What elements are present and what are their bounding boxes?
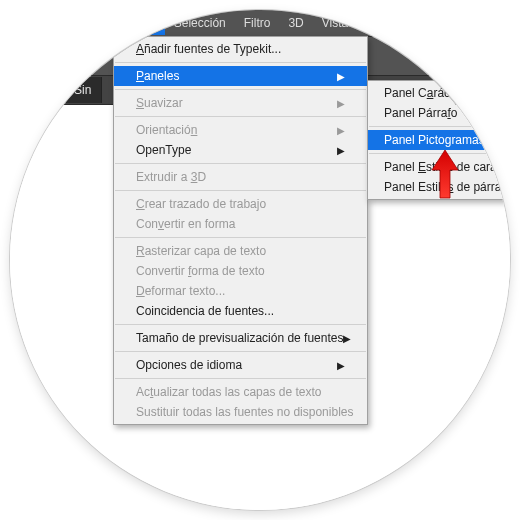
- submenu-panel-caracter[interactable]: Panel Carácter: [368, 83, 510, 103]
- chevron-down-icon[interactable]: ▽: [459, 51, 466, 61]
- menu-item-coincidencia[interactable]: Coincidencia de fuentes...: [114, 301, 367, 321]
- menu-item-rasterizar: Rasterizar capa de texto: [114, 241, 367, 261]
- menu-item-suavizar: Suavizar▶: [114, 93, 367, 113]
- menu-texto[interactable]: Texto: [118, 11, 165, 35]
- menu-item-convertir-forma: Convertir en forma: [114, 214, 367, 234]
- texto-menu: Añadir fuentes de Typekit... Paneles▶ Su…: [113, 36, 368, 425]
- options-icon[interactable]: [52, 44, 76, 68]
- menu-item-sustituir-fuentes: Sustituir todas las fuentes no disponibl…: [114, 402, 367, 422]
- menu-item-convertir-forma-texto: Convertir forma de texto: [114, 261, 367, 281]
- svg-rect-0: [58, 50, 70, 62]
- menu-ayuda[interactable]: Ayuda: [419, 11, 471, 35]
- anchura-label: Anch.:: [476, 49, 510, 63]
- menu-item-actualizar-capas: Actualizar todas las capas de texto: [114, 382, 367, 402]
- svg-rect-1: [60, 52, 63, 55]
- menubar: apa Texto Selección Filtro 3D Vista Vent…: [10, 10, 510, 37]
- submenu-panel-estilos-parrafo[interactable]: Panel Estilos de párrafo: [368, 177, 510, 197]
- menu-filtro[interactable]: Filtro: [235, 11, 280, 35]
- menu-item-extrudir: Extrudir a 3D: [114, 167, 367, 187]
- menu-capa[interactable]: apa: [80, 11, 118, 35]
- submenu-panel-parrafo[interactable]: Panel Párrafo: [368, 103, 510, 123]
- paneles-submenu: Panel Carácter Panel Párrafo Panel Picto…: [367, 80, 510, 200]
- submenu-panel-estilos-caracter[interactable]: Panel Estilos de carácter: [368, 157, 510, 177]
- menu-seleccion[interactable]: Selección: [165, 11, 235, 35]
- menu-item-paneles[interactable]: Paneles▶: [114, 66, 367, 86]
- menu-item-opentype[interactable]: OpenType▶: [114, 140, 367, 160]
- menu-ventana[interactable]: Ventana: [357, 11, 419, 35]
- submenu-panel-pictogramas[interactable]: Panel Pictogramas: [368, 130, 510, 150]
- document-tab-active[interactable]: Sin: [64, 77, 102, 103]
- menu-item-deformar: Deformar texto...: [114, 281, 367, 301]
- menu-item-tamano-preview[interactable]: Tamaño de previsualización de fuentes▶: [114, 328, 367, 348]
- tab-fragment: ,6/8): [20, 77, 64, 103]
- menu-item-opciones-idioma[interactable]: Opciones de idioma▶: [114, 355, 367, 375]
- menu-item-crear-trazado: Crear trazado de trabajo: [114, 194, 367, 214]
- menu-item-add-typekit[interactable]: Añadir fuentes de Typekit...: [114, 39, 367, 59]
- menu-3d[interactable]: 3D: [279, 11, 312, 35]
- menu-vista[interactable]: Vista: [313, 11, 357, 35]
- menu-item-orientacion: Orientación▶: [114, 120, 367, 140]
